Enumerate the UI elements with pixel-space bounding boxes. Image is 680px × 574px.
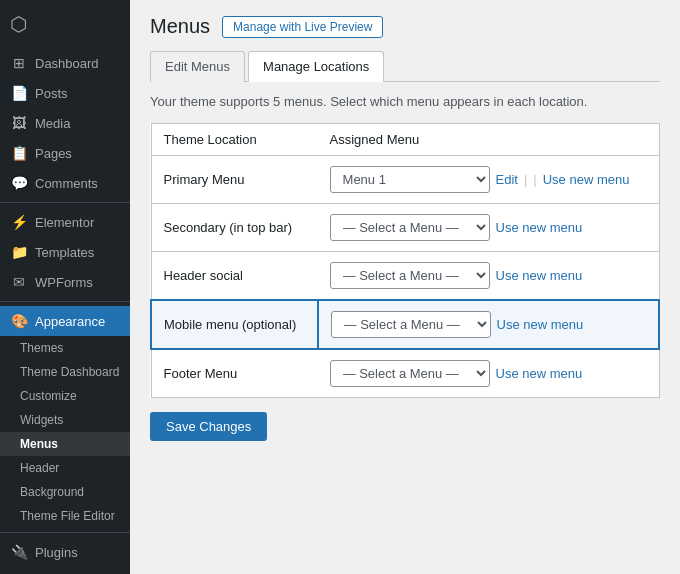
location-cell: Primary Menu xyxy=(151,156,318,204)
plugins-icon: 🔌 xyxy=(10,544,28,560)
sidebar-item-elementor[interactable]: ⚡ Elementor xyxy=(0,207,130,237)
sidebar-item-users[interactable]: 👤 Users xyxy=(0,567,130,574)
select-menu-primary[interactable]: Menu 1 xyxy=(330,166,490,193)
table-row: Footer Menu— Select a Menu —Use new menu xyxy=(151,349,659,398)
sidebar-item-header[interactable]: Header xyxy=(0,456,130,480)
dashboard-icon: ⊞ xyxy=(10,55,28,71)
sidebar-item-pages[interactable]: 📋 Pages xyxy=(0,138,130,168)
tabs-row: Edit Menus Manage Locations xyxy=(150,50,660,82)
select-menu-header-social[interactable]: — Select a Menu — xyxy=(330,262,490,289)
assigned-menu-cell: Menu 1Edit | | Use new menu xyxy=(318,156,659,204)
sidebar-item-label: Comments xyxy=(35,176,98,191)
sidebar-item-customize[interactable]: Customize xyxy=(0,384,130,408)
action-links: — Select a Menu —Use new menu xyxy=(330,360,647,387)
pages-icon: 📋 xyxy=(10,145,28,161)
action-link-use-new-menu[interactable]: Use new menu xyxy=(497,317,584,332)
action-link-use-new-menu[interactable]: Use new menu xyxy=(543,172,630,187)
page-title-row: Menus Manage with Live Preview xyxy=(150,15,660,38)
sidebar-item-plugins[interactable]: 🔌 Plugins xyxy=(0,537,130,567)
sidebar-item-appearance[interactable]: 🎨 Appearance xyxy=(0,306,130,336)
sidebar-item-label: Media xyxy=(35,116,70,131)
location-cell: Mobile menu (optional) xyxy=(151,300,318,349)
sidebar-item-label: Posts xyxy=(35,86,68,101)
action-link-use-new-menu[interactable]: Use new menu xyxy=(496,220,583,235)
assigned-menu-cell: — Select a Menu —Use new menu xyxy=(318,349,659,398)
sidebar-item-themes[interactable]: Themes xyxy=(0,336,130,360)
select-menu-secondary[interactable]: — Select a Menu — xyxy=(330,214,490,241)
assigned-menu-cell: — Select a Menu —Use new menu xyxy=(318,300,659,349)
link-separator: | xyxy=(524,172,527,187)
table-row: Mobile menu (optional)— Select a Menu —U… xyxy=(151,300,659,349)
tab-edit-menus[interactable]: Edit Menus xyxy=(150,51,245,82)
sidebar-item-dashboard[interactable]: ⊞ Dashboard xyxy=(0,48,130,78)
sidebar-item-label: Plugins xyxy=(35,545,78,560)
main-content: Menus Manage with Live Preview Edit Menu… xyxy=(130,0,680,574)
posts-icon: 📄 xyxy=(10,85,28,101)
sidebar-item-widgets[interactable]: Widgets xyxy=(0,408,130,432)
action-links: — Select a Menu —Use new menu xyxy=(331,311,646,338)
assigned-menu-cell: — Select a Menu —Use new menu xyxy=(318,204,659,252)
appearance-submenu: Themes Theme Dashboard Customize Widgets… xyxy=(0,336,130,528)
sidebar-item-posts[interactable]: 📄 Posts xyxy=(0,78,130,108)
action-link-use-new-menu[interactable]: Use new menu xyxy=(496,268,583,283)
location-cell: Header social xyxy=(151,252,318,301)
col-header-location: Theme Location xyxy=(151,124,318,156)
sidebar-item-menus[interactable]: Menus xyxy=(0,432,130,456)
sidebar-item-label: Templates xyxy=(35,245,94,260)
sidebar-item-media[interactable]: 🖼 Media xyxy=(0,108,130,138)
action-link-use-new-menu[interactable]: Use new menu xyxy=(496,366,583,381)
sidebar-item-label: Appearance xyxy=(35,314,105,329)
table-row: Primary MenuMenu 1Edit | | Use new menu xyxy=(151,156,659,204)
sidebar-item-label: Pages xyxy=(35,146,72,161)
action-link-edit[interactable]: Edit xyxy=(496,172,518,187)
link-separator: | xyxy=(533,172,536,187)
media-icon: 🖼 xyxy=(10,115,28,131)
sidebar: ⬡ ⊞ Dashboard 📄 Posts 🖼 Media 📋 Pages 💬 … xyxy=(0,0,130,574)
sidebar-item-theme-dashboard[interactable]: Theme Dashboard xyxy=(0,360,130,384)
appearance-icon: 🎨 xyxy=(10,313,28,329)
live-preview-button[interactable]: Manage with Live Preview xyxy=(222,16,383,38)
wp-logo-icon: ⬡ xyxy=(10,12,27,36)
location-cell: Footer Menu xyxy=(151,349,318,398)
save-changes-button[interactable]: Save Changes xyxy=(150,412,267,441)
templates-icon: 📁 xyxy=(10,244,28,260)
elementor-icon: ⚡ xyxy=(10,214,28,230)
sidebar-item-theme-file-editor[interactable]: Theme File Editor xyxy=(0,504,130,528)
sidebar-item-label: Dashboard xyxy=(35,56,99,71)
action-links: — Select a Menu —Use new menu xyxy=(330,262,647,289)
select-menu-mobile-menu[interactable]: — Select a Menu — xyxy=(331,311,491,338)
action-links: Menu 1Edit | | Use new menu xyxy=(330,166,647,193)
sidebar-item-label: WPForms xyxy=(35,275,93,290)
locations-table: Theme Location Assigned Menu Primary Men… xyxy=(150,123,660,398)
table-row: Secondary (in top bar)— Select a Menu —U… xyxy=(151,204,659,252)
sidebar-item-comments[interactable]: 💬 Comments xyxy=(0,168,130,198)
sidebar-logo: ⬡ xyxy=(0,0,130,48)
tab-manage-locations[interactable]: Manage Locations xyxy=(248,51,384,82)
assigned-menu-cell: — Select a Menu —Use new menu xyxy=(318,252,659,301)
col-header-assigned: Assigned Menu xyxy=(318,124,659,156)
select-menu-footer[interactable]: — Select a Menu — xyxy=(330,360,490,387)
action-links: — Select a Menu —Use new menu xyxy=(330,214,647,241)
wpforms-icon: ✉ xyxy=(10,274,28,290)
sidebar-item-background[interactable]: Background xyxy=(0,480,130,504)
sidebar-item-templates[interactable]: 📁 Templates xyxy=(0,237,130,267)
page-title: Menus xyxy=(150,15,210,38)
comments-icon: 💬 xyxy=(10,175,28,191)
sidebar-item-label: Elementor xyxy=(35,215,94,230)
location-cell: Secondary (in top bar) xyxy=(151,204,318,252)
description-text: Your theme supports 5 menus. Select whic… xyxy=(150,94,660,109)
table-row: Header social— Select a Menu —Use new me… xyxy=(151,252,659,301)
sidebar-item-wpforms[interactable]: ✉ WPForms xyxy=(0,267,130,297)
